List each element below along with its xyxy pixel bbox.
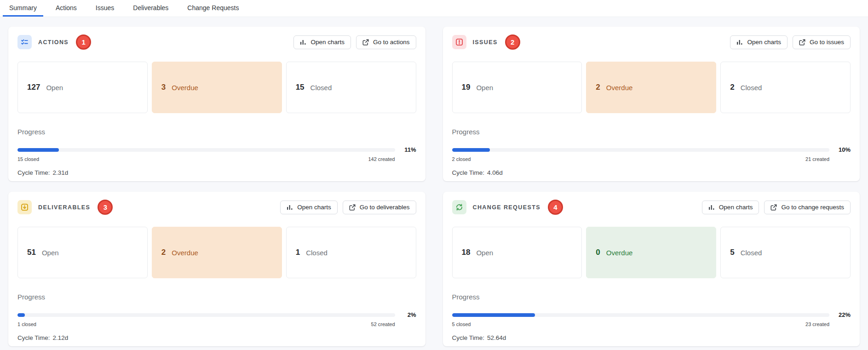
go-to-actions-button[interactable]: Go to actions	[356, 35, 416, 49]
closed-count: 2	[730, 83, 734, 92]
progress-heading: Progress	[17, 293, 416, 301]
tab-issues[interactable]: Issues	[89, 0, 121, 17]
progress-percent: 2%	[400, 311, 416, 318]
panel-title: DELIVERABLES	[38, 204, 90, 211]
overdue-count: 2	[161, 248, 166, 257]
progress-heading: Progress	[17, 128, 416, 136]
progress-fill	[452, 313, 535, 317]
open-charts-label: Open charts	[719, 204, 753, 211]
stat-open: 18 Open	[452, 227, 582, 278]
stat-open: 127 Open	[17, 62, 148, 113]
created-total: 52 created	[371, 321, 395, 327]
stat-overdue: 2 Overdue	[152, 227, 282, 278]
progress-fill	[452, 148, 490, 152]
stat-open: 51 Open	[17, 227, 148, 278]
tab-summary[interactable]: Summary	[3, 0, 43, 17]
overdue-label: Overdue	[172, 84, 198, 92]
cycle-time-label: Cycle Time:	[452, 169, 485, 176]
cycle-time-value: 52.64d	[487, 334, 506, 341]
external-link-icon	[770, 204, 777, 211]
open-label: Open	[42, 249, 59, 257]
open-charts-button[interactable]: Open charts	[293, 35, 351, 49]
stat-overdue: 0 Overdue	[586, 227, 716, 278]
go-to-issues-label: Go to issues	[810, 39, 844, 46]
progress-fill	[17, 313, 25, 317]
created-total: 23 created	[805, 321, 829, 327]
stat-overdue: 2 Overdue	[586, 62, 716, 113]
tab-actions[interactable]: Actions	[49, 0, 83, 17]
progress-fill	[17, 148, 59, 152]
external-link-icon	[362, 39, 369, 46]
stat-closed: 15 Closed	[286, 62, 416, 113]
open-charts-button[interactable]: Open charts	[730, 35, 788, 49]
overdue-label: Overdue	[172, 249, 198, 257]
summary-grid: ACTIONS 1 Open charts Go to act	[0, 17, 868, 346]
cycle-time-value: 2.31d	[53, 169, 69, 176]
cycle-time-label: Cycle Time:	[17, 169, 50, 176]
sync-icon	[452, 200, 466, 214]
external-link-icon	[799, 39, 805, 46]
panel-title: ACTIONS	[38, 39, 69, 46]
panel-actions: ACTIONS 1 Open charts Go to act	[8, 27, 425, 181]
overdue-label: Overdue	[606, 249, 633, 257]
open-charts-button[interactable]: Open charts	[280, 201, 338, 214]
open-label: Open	[476, 249, 493, 257]
bar-chart-icon	[287, 204, 293, 211]
progress-heading: Progress	[452, 293, 851, 301]
cycle-time: Cycle Time:2.31d	[17, 169, 416, 176]
panel-change-requests: CHANGE REQUESTS 4 Open charts G	[443, 192, 860, 346]
closed-total: 15 closed	[17, 156, 39, 162]
cycle-time: Cycle Time:52.64d	[452, 334, 851, 341]
go-to-change-requests-label: Go to change requests	[781, 204, 844, 211]
panel-issues-header: ISSUES 2 Open charts Go to issu	[452, 34, 851, 50]
stat-closed: 1 Closed	[286, 227, 416, 278]
created-total: 21 created	[805, 156, 829, 162]
progress-track	[452, 148, 830, 152]
closed-count: 1	[296, 248, 300, 257]
overdue-count: 2	[596, 83, 600, 92]
closed-label: Closed	[741, 249, 762, 257]
progress-track	[17, 148, 395, 152]
closed-total: 5 closed	[452, 321, 471, 327]
go-to-deliverables-label: Go to deliverables	[360, 204, 410, 211]
panel-title: ISSUES	[473, 39, 498, 46]
closed-label: Closed	[741, 84, 762, 92]
cycle-time-label: Cycle Time:	[17, 334, 50, 341]
open-charts-button[interactable]: Open charts	[702, 201, 759, 214]
overdue-label: Overdue	[606, 84, 633, 92]
overdue-count: 0	[596, 248, 600, 257]
progress-track	[452, 313, 830, 317]
progress-heading: Progress	[452, 128, 851, 136]
go-to-issues-button[interactable]: Go to issues	[793, 35, 851, 49]
open-label: Open	[46, 84, 63, 92]
progress-percent: 11%	[400, 146, 416, 153]
closed-total: 2 closed	[452, 156, 471, 162]
tab-change-requests[interactable]: Change Requests	[181, 0, 245, 17]
stat-open: 19 Open	[452, 62, 582, 113]
bar-chart-icon	[736, 39, 743, 46]
open-count: 19	[462, 83, 471, 92]
go-to-actions-label: Go to actions	[373, 39, 410, 46]
checklist-icon	[17, 35, 32, 49]
closed-count: 15	[296, 83, 305, 92]
cycle-time-value: 4.06d	[487, 169, 503, 176]
progress-percent: 22%	[834, 311, 851, 318]
open-charts-label: Open charts	[310, 39, 345, 46]
closed-count: 5	[730, 248, 734, 257]
open-label: Open	[476, 84, 493, 92]
panel-actions-header: ACTIONS 1 Open charts Go to act	[17, 34, 416, 50]
tab-deliverables[interactable]: Deliverables	[126, 0, 175, 17]
open-charts-label: Open charts	[747, 39, 781, 46]
cycle-time-label: Cycle Time:	[452, 334, 485, 341]
open-count: 18	[462, 248, 471, 257]
cycle-time: Cycle Time:4.06d	[452, 169, 851, 176]
overdue-count: 3	[161, 83, 166, 92]
go-to-deliverables-button[interactable]: Go to deliverables	[343, 201, 416, 214]
go-to-change-requests-button[interactable]: Go to change requests	[764, 201, 851, 214]
panel-change-requests-header: CHANGE REQUESTS 4 Open charts G	[452, 200, 851, 215]
tab-bar: Summary Actions Issues Deliverables Chan…	[0, 0, 868, 17]
panel-badge: 3	[98, 200, 113, 215]
issue-icon	[452, 35, 466, 49]
bar-chart-icon	[300, 39, 306, 46]
cycle-time: Cycle Time:2.12d	[17, 334, 416, 341]
